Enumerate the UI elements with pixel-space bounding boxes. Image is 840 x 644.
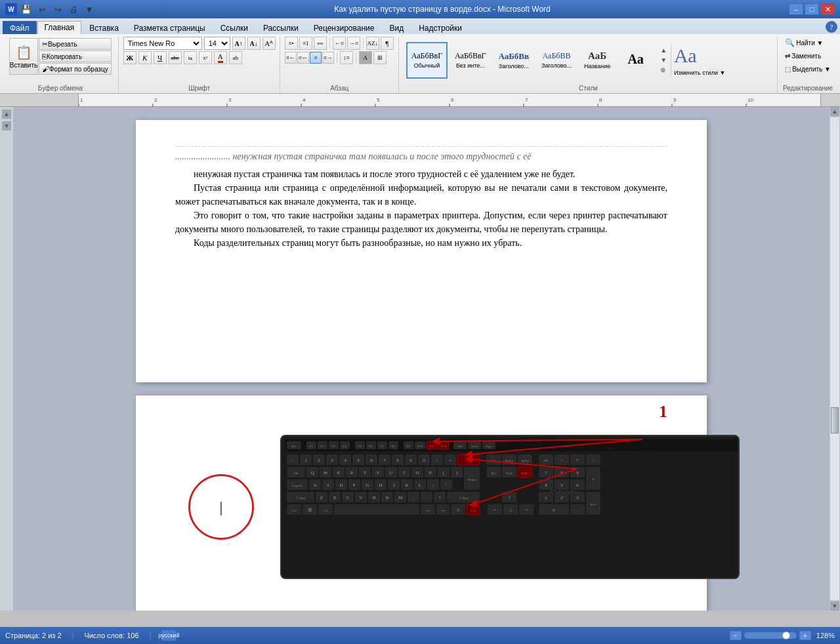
font-size-select[interactable]: 14 [204, 37, 230, 50]
zoom-slider[interactable] [744, 632, 797, 639]
svg-text:K: K [405, 483, 408, 488]
style-title-label: Название [584, 63, 610, 70]
zoom-out-button[interactable]: − [730, 631, 742, 640]
word-icon: W [5, 3, 17, 15]
select-button[interactable]: ⬚ Выделить ▼ [782, 63, 833, 75]
annotation-1: 1 [659, 402, 667, 422]
divider4 [356, 52, 356, 63]
styles-up[interactable]: ▲ [660, 47, 667, 54]
increase-indent-button[interactable]: →≡ [347, 37, 360, 50]
style-heading1[interactable]: АаБбВв Заголово... [494, 42, 535, 79]
line-spacing-button[interactable]: ↕≡ [340, 51, 353, 64]
sort-button[interactable]: AZ↓ [366, 37, 379, 50]
align-center-button[interactable]: ≡↔ [297, 52, 309, 64]
decrease-indent-button[interactable]: ←≡ [333, 37, 346, 50]
svg-text:F6: F6 [369, 445, 373, 448]
page-count: Страница: 2 из 2 [5, 632, 62, 639]
svg-text:Tab: Tab [293, 472, 299, 475]
scroll-track[interactable] [830, 117, 839, 600]
vertical-scrollbar[interactable]: ▲ ▼ [830, 107, 840, 611]
find-button[interactable]: 🔍 Найти ▼ [782, 37, 826, 49]
svg-text:↓: ↓ [509, 507, 512, 513]
styles-more[interactable]: ⊕ [660, 66, 667, 73]
zoom-slider-thumb[interactable] [782, 632, 790, 639]
svg-text:S: S [327, 483, 329, 488]
tab-references[interactable]: Ссылки [213, 21, 255, 34]
svg-text:.: . [426, 495, 427, 500]
show-marks-button[interactable]: ¶ [381, 37, 394, 50]
cut-label: Вырезать [48, 41, 77, 48]
quick-undo-btn[interactable]: ↩ [35, 3, 49, 16]
tab-mailings[interactable]: Рассылки [256, 21, 306, 34]
quick-print-btn[interactable]: 🖨 [67, 3, 80, 16]
svg-text:8: 8 [599, 97, 602, 103]
subscript-button[interactable]: x₂ [184, 51, 197, 64]
strikethrough-button[interactable]: аbc [169, 51, 182, 64]
tab-page-layout[interactable]: Разметка страницы [127, 21, 213, 34]
language-icon: русский [161, 630, 176, 641]
decrease-font-button[interactable]: A↓ [247, 37, 261, 50]
scroll-up-button[interactable]: ▲ [830, 107, 839, 116]
tab-review[interactable]: Рецензирование [306, 21, 382, 34]
style-normal[interactable]: АаБбВвГ Обычный [406, 42, 448, 79]
paste-button[interactable]: 📋 Вставить [9, 38, 38, 75]
italic-button[interactable]: К [138, 51, 152, 64]
tab-file[interactable]: Файл [3, 21, 37, 34]
sidebar-icon-1[interactable]: ▲ [2, 110, 11, 119]
quick-customize-btn[interactable]: ▼ [83, 3, 96, 16]
highlight-button[interactable]: ab [229, 51, 242, 64]
increase-font-button[interactable]: A↑ [232, 37, 245, 50]
replace-button[interactable]: ⇄ Заменить [782, 50, 824, 62]
quick-redo-btn[interactable]: ↪ [51, 3, 64, 16]
clipboard-group: 📋 Вставить ✂ Вырезать ⎘ Копировать [3, 37, 119, 93]
shading-button[interactable]: A [359, 51, 372, 64]
document-area[interactable]: ........................ ненужная пустая… [13, 107, 830, 611]
border-button[interactable]: ⊞ [373, 51, 387, 64]
paragraph-controls: ≡• ≡1 ≡≡ ←≡ →≡ AZ↓ ¶ ≡← ≡↔ ≡ ≡→ [285, 37, 394, 83]
styles-down[interactable]: ▼ [660, 56, 667, 64]
help-button[interactable]: ? [826, 21, 837, 33]
svg-text:4: 4 [303, 97, 306, 103]
svg-text:PgDn: PgDn [521, 472, 529, 475]
superscript-button[interactable]: x² [199, 51, 212, 64]
font-name-select[interactable]: Times New Ro [123, 37, 202, 50]
clear-format-button[interactable]: Aᴬ [262, 37, 276, 50]
scroll-thumb[interactable] [831, 407, 839, 433]
tab-view[interactable]: Вид [382, 21, 411, 34]
style-heading2[interactable]: АаБбВВ Заголово... [536, 42, 577, 79]
cut-button[interactable]: ✂ Вырезать [39, 38, 112, 50]
svg-text:0: 0 [553, 508, 555, 513]
svg-text:10: 10 [747, 97, 754, 103]
style-no-spacing[interactable]: АаБбВвГ Без инте... [450, 42, 491, 79]
font-color-button[interactable]: А [214, 51, 227, 64]
align-left-button[interactable]: ≡← [285, 52, 297, 64]
restore-button[interactable]: □ [805, 3, 819, 15]
style-heading2-label: Заголово... [541, 62, 572, 69]
bullets-button[interactable]: ≡• [285, 37, 298, 50]
tab-addins[interactable]: Надстройки [411, 21, 469, 34]
close-button[interactable]: ✕ [820, 3, 835, 15]
style-title[interactable]: АаБ Название [579, 42, 616, 79]
tab-home[interactable]: Главная [37, 21, 82, 34]
svg-text:': ' [446, 483, 446, 488]
minimize-button[interactable]: – [789, 3, 803, 15]
cursor-circle: | [188, 474, 254, 540]
copy-button[interactable]: ⎘ Копировать [39, 50, 112, 62]
scroll-down-button[interactable]: ▼ [830, 601, 839, 611]
align-right-button[interactable]: ≡→ [322, 52, 334, 64]
numbering-button[interactable]: ≡1 [299, 37, 312, 50]
bold-button[interactable]: Ж [123, 51, 136, 64]
underline-button[interactable]: Ч [154, 51, 167, 64]
svg-text:F8: F8 [391, 445, 395, 448]
change-styles-btn[interactable]: Аа Изменить стили ▼ [671, 45, 725, 76]
sidebar-icon-2[interactable]: ▼ [2, 121, 11, 131]
quick-save-btn[interactable]: 💾 [20, 3, 33, 16]
svg-text:.: . [577, 508, 578, 513]
svg-text:↵Enter: ↵Enter [467, 478, 477, 481]
tab-insert[interactable]: Вставка [82, 21, 126, 34]
align-justify-button[interactable]: ≡ [310, 52, 322, 64]
format-painter-button[interactable]: 🖌 Формат по образцу [39, 63, 112, 75]
style-extra[interactable]: Аа [618, 42, 654, 79]
multilevel-list-button[interactable]: ≡≡ [314, 37, 327, 50]
zoom-in-button[interactable]: + [799, 631, 811, 640]
